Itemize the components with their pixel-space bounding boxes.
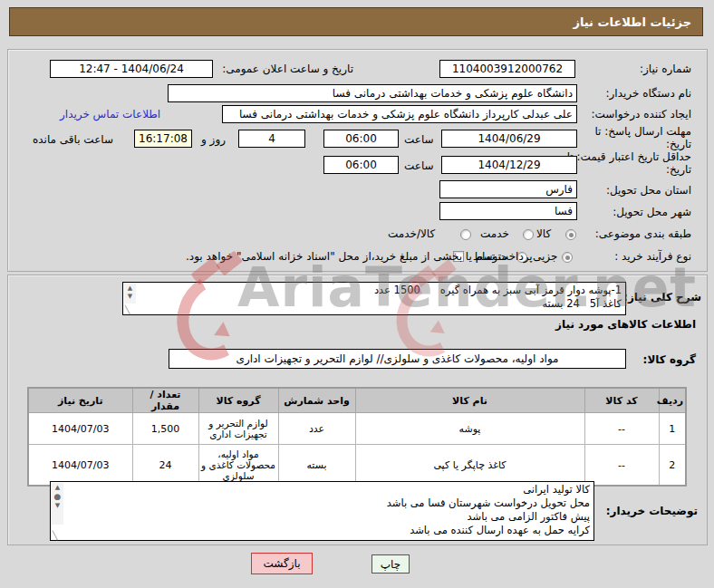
goods-group-label: گروه کالا: <box>643 353 696 366</box>
need-description-spinner[interactable]: ▲ ▼ <box>124 284 136 304</box>
city-field[interactable]: فسا <box>439 202 577 220</box>
announce-datetime-label: تاریخ و ساعت اعلان عمومی: <box>222 63 353 75</box>
subject-class-label: طبقه بندی موضوعی: <box>595 227 691 240</box>
subject-radio-service[interactable] <box>523 229 534 240</box>
creator-label: ایجاد کننده درخواست: <box>591 108 691 120</box>
deadline-hour-field[interactable]: 06:00 <box>323 130 399 148</box>
col-header-code: کد کالا <box>584 388 659 413</box>
cell-code: -- <box>584 445 659 487</box>
scroll-thumb-icon[interactable]: ● <box>54 493 62 501</box>
page-title: جزئیات اطلاعات نیاز <box>9 7 703 36</box>
goods-table-header-row: ردیف کد کالا نام کالا واحد شمارش گروه کا… <box>28 388 686 413</box>
days-label: روز و <box>201 133 226 146</box>
subject-radio-goods[interactable] <box>565 229 576 240</box>
col-header-qty: تعداد / مقدار <box>132 388 198 413</box>
buyer-org-label: نام دستگاه خریدار: <box>606 87 692 100</box>
buyer-note-line: محل تحویل درخواست شهرستان فسا می باشد <box>64 496 593 510</box>
table-row: 2 -- کاغذ چاپگر یا کپی بسته مواد اولیه، … <box>28 445 686 487</box>
cell-unit: بسته <box>278 445 355 487</box>
subject-radio-goods-service-label: کالا/خدمت <box>388 227 435 240</box>
days-remaining-field[interactable]: 4 <box>238 130 305 148</box>
validity-date-field[interactable]: 1404/12/29 <box>441 156 577 174</box>
resize-grip-icon[interactable]: ╲ <box>125 306 130 314</box>
need-number-field[interactable]: 1104003912000762 <box>439 60 575 78</box>
cell-unit: عدد <box>278 413 355 445</box>
process-radio-minor-label: جزیی <box>533 250 557 263</box>
print-button[interactable]: چاپ <box>371 554 410 574</box>
need-details-page: جزئیات اطلاعات نیاز شماره نیاز: 11040039… <box>0 0 714 588</box>
scroll-down-icon[interactable]: ▼ <box>55 503 60 509</box>
col-header-row: ردیف <box>659 388 686 413</box>
col-header-name: نام کالا <box>355 388 584 413</box>
deadline-date-field[interactable]: 1404/06/29 <box>441 130 577 148</box>
buyer-contact-link[interactable]: اطلاعات تماس خریدار <box>60 108 160 120</box>
city-label: شهر محل تحویل: <box>613 206 691 218</box>
subject-radio-goods-label: کالا <box>536 227 551 240</box>
province-field[interactable]: فارس <box>439 180 577 198</box>
process-radio-minor[interactable] <box>562 252 573 263</box>
need-description-label: شرح کلی نیاز: <box>623 291 701 304</box>
validity-hour-label: ساعت <box>404 159 434 172</box>
scroll-up-icon[interactable]: ▲ <box>55 485 60 491</box>
treasury-checkbox-label: پرداخت تمام یا بخشی از مبلغ خرید،از محل … <box>186 250 533 263</box>
need-description-textarea[interactable]: ▲ ▼ 1-پوشه دوار قرمز آبی سبز به همراه گی… <box>122 282 626 315</box>
cell-row: 1 <box>659 413 686 445</box>
need-number-label: شماره نیاز: <box>640 63 691 75</box>
cell-group: لوازم التحریر و تجهیزات اداری <box>198 413 278 445</box>
buyer-org-field[interactable]: دانشگاه علوم پزشکی و خدمات بهداشتی درمان… <box>168 84 577 102</box>
cell-group: مواد اولیه، محصولات کاغذی و سلولزی <box>198 445 278 487</box>
col-header-date: تاریخ نیاز <box>28 388 132 413</box>
table-row: 1 -- پوشه عدد لوازم التحریر و تجهیزات اد… <box>28 413 686 445</box>
subject-radio-goods-service[interactable] <box>460 229 471 240</box>
cell-code: -- <box>584 413 659 445</box>
cell-date: 1404/07/03 <box>28 445 132 487</box>
buyer-note-line: پیش فاکتور الزامی می باشد <box>64 510 593 524</box>
deadline-label: مهلت ارسال پاسخ: تا تاریخ: <box>590 125 691 150</box>
cell-name: کاغذ چاپگر یا کپی <box>355 445 584 487</box>
back-button[interactable]: بازگشت <box>251 553 313 574</box>
process-type-label: نوع فرآیند خرید : <box>614 250 691 263</box>
province-label: استان محل تحویل: <box>606 184 691 197</box>
buyer-notes-textarea[interactable]: ▲ ● ▼ کالا تولید ایرانی محل تحویل درخواس… <box>50 481 594 541</box>
goods-section-heading: اطلاعات کالاهای مورد نیاز <box>555 318 696 331</box>
buyer-note-line: کرایه حمل به عهده ارسال کننده می باشد <box>64 524 593 537</box>
remaining-label: ساعت باقی مانده <box>33 133 113 146</box>
subject-radio-service-label: خدمت <box>480 227 509 240</box>
goods-table: ردیف کد کالا نام کالا واحد شمارش گروه کا… <box>27 387 687 487</box>
validity-hour-field[interactable]: 06:00 <box>323 156 399 174</box>
cell-qty: 1,500 <box>132 413 198 445</box>
need-description-line: کاغذ آ5 24 بسته <box>137 297 625 311</box>
need-description-line: 1-پوشه دوار قرمز آبی سبز به همراه گیره 1… <box>137 284 625 297</box>
cell-name: پوشه <box>355 413 584 445</box>
cell-row: 2 <box>659 445 686 487</box>
buyer-note-line: کالا تولید ایرانی <box>64 483 593 496</box>
time-remaining-field[interactable]: 16:17:08 <box>134 130 192 148</box>
buyer-notes-scrollbar[interactable]: ▲ ● ▼ <box>52 483 63 525</box>
deadline-hour-label: ساعت <box>404 133 434 146</box>
col-header-group: گروه کالا <box>198 388 278 413</box>
cell-qty: 24 <box>132 445 198 487</box>
buyer-notes-label: توضیحات خریدار: <box>606 505 698 517</box>
col-header-unit: واحد شمارش <box>278 388 355 413</box>
goods-group-field[interactable]: مواد اولیه، محصولات کاغذی و سلولزی// لوا… <box>169 349 626 369</box>
resize-grip-icon[interactable]: ╲ <box>53 532 57 540</box>
spinner-up-icon[interactable]: ▲ <box>128 285 132 292</box>
cell-date: 1404/07/03 <box>28 413 132 445</box>
spinner-down-icon[interactable]: ▼ <box>128 294 132 300</box>
creator-field[interactable]: علی عبدلی کارپرداز دانشگاه علوم پزشکی و … <box>222 105 577 123</box>
announce-datetime-field[interactable]: 1404/06/24 - 12:47 <box>50 60 213 78</box>
